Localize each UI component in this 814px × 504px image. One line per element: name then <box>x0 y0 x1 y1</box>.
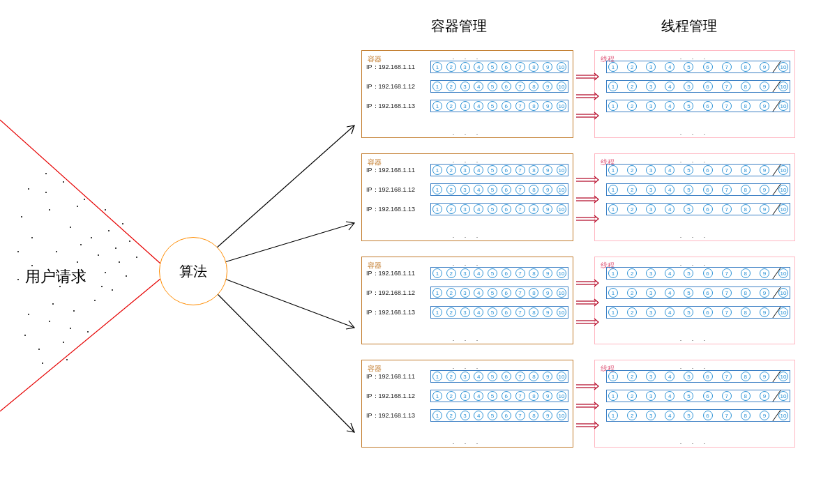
request-dot <box>35 279 36 280</box>
circle-item: 2 <box>446 62 456 72</box>
circle-item: 5 <box>684 411 693 420</box>
circle-item: 2 <box>627 165 637 175</box>
circles-wrap: 12345678910 <box>430 409 568 422</box>
ellipsis-top: . . . <box>453 260 483 267</box>
request-dot <box>112 289 113 291</box>
container-box: 容器. . .IP：192.168.1.1112345678910IP：192.… <box>361 360 573 448</box>
data-row: IP：192.168.1.1112345678910 <box>366 162 568 178</box>
circle-item: 2 <box>627 391 637 401</box>
data-row: IP：192.168.1.1212345678910 <box>366 285 568 300</box>
circle-item: 2 <box>627 268 637 278</box>
circle-item: 8 <box>529 372 538 381</box>
circle-item: 8 <box>529 62 538 72</box>
circle-item: 7 <box>722 391 732 401</box>
circle-item: 1 <box>608 185 618 194</box>
container-box: 容器. . .IP：192.168.1.1112345678910IP：192.… <box>361 50 573 138</box>
circle-item: 2 <box>446 204 456 214</box>
red-arrow <box>575 316 600 329</box>
circles-wrap: 12345678910 <box>430 370 568 383</box>
circle-item: 8 <box>741 391 751 401</box>
circle-item: 10 <box>557 82 566 91</box>
data-row: IP：192.168.1.1312345678910 <box>366 408 568 423</box>
circle-item: 7 <box>722 372 732 381</box>
circle-item: 8 <box>529 101 538 111</box>
circle-item: 9 <box>543 101 552 111</box>
data-row: IP：192.168.1.1112345678910 <box>366 59 568 75</box>
arrow-to-group-1 <box>216 125 354 248</box>
circle-item: 5 <box>684 288 693 298</box>
ellipsis-bottom: . . . <box>453 438 483 445</box>
request-dot <box>105 272 106 273</box>
data-row: 12345678910 <box>599 79 790 94</box>
circle-item: 3 <box>460 288 470 298</box>
red-arrow <box>575 400 600 413</box>
red-arrow <box>575 297 600 310</box>
container-box-label: 容器 <box>368 364 382 374</box>
circle-item: 8 <box>741 411 751 420</box>
circle-item: 6 <box>703 185 713 194</box>
circles-wrap: 12345678910 <box>430 164 568 176</box>
circles-wrap: 12345678910 <box>606 370 790 383</box>
circle-item: 6 <box>502 82 511 91</box>
circles-wrap: 12345678910 <box>430 203 568 215</box>
algorithm-node: 算法 <box>159 237 227 305</box>
circle-item: 2 <box>446 101 456 111</box>
circle-item: 4 <box>665 165 674 175</box>
circle-item: 9 <box>760 82 769 91</box>
request-dot <box>126 275 127 277</box>
data-row: 12345678910 <box>599 388 790 404</box>
circle-item: 2 <box>627 101 637 111</box>
circle-item: 1 <box>432 411 442 420</box>
red-arrow <box>575 381 600 393</box>
circle-item: 3 <box>646 411 656 420</box>
red-arrow <box>575 71 600 84</box>
container-mgmt-header: 容器管理 <box>431 17 487 36</box>
circles-wrap: 12345678910 <box>606 164 790 176</box>
circle-item: 7 <box>722 268 732 278</box>
circle-item: 5 <box>684 268 693 278</box>
circle-item: 2 <box>446 185 456 194</box>
request-dot <box>42 362 43 364</box>
circles-wrap: 12345678910 <box>430 267 568 280</box>
circle-item: 5 <box>488 411 497 420</box>
circle-item: 8 <box>529 391 538 401</box>
circle-item: 9 <box>760 372 769 381</box>
thread-box: 线程. . .123456789101234567891012345678910… <box>594 153 795 241</box>
circle-item: 6 <box>502 411 511 420</box>
request-dot <box>21 216 22 217</box>
data-row: 12345678910 <box>599 182 790 197</box>
circle-item: 6 <box>703 268 713 278</box>
circles-wrap: 12345678910 <box>430 183 568 196</box>
request-dot <box>17 251 19 252</box>
data-row: IP：192.168.1.1312345678910 <box>366 201 568 217</box>
circle-item: 7 <box>515 204 525 214</box>
circle-item: 3 <box>646 101 656 111</box>
circle-item: 8 <box>741 185 751 194</box>
circle-item: 4 <box>474 82 483 91</box>
circle-item: 6 <box>502 307 511 317</box>
circle-item: 5 <box>488 62 497 72</box>
ellipsis-top: . . . <box>680 363 710 370</box>
circle-item: 10 <box>557 62 566 72</box>
red-arrow <box>575 213 600 226</box>
circle-item: 10 <box>557 204 566 214</box>
circle-item: 9 <box>760 391 769 401</box>
request-dot <box>49 321 50 322</box>
request-dot <box>108 230 110 231</box>
data-row: IP：192.168.1.1312345678910 <box>366 305 568 320</box>
circle-item: 7 <box>722 82 732 91</box>
circle-item: 1 <box>608 288 618 298</box>
data-row: 12345678910 <box>599 408 790 423</box>
circle-item: 4 <box>665 185 674 194</box>
request-dot <box>91 237 92 238</box>
circle-item: 9 <box>543 185 552 194</box>
circle-item: 2 <box>627 62 637 72</box>
circle-item: 7 <box>515 62 525 72</box>
circle-item: 9 <box>543 268 552 278</box>
circle-item: 8 <box>741 204 751 214</box>
circle-item: 7 <box>515 307 525 317</box>
circle-item: 4 <box>665 268 674 278</box>
circle-item: 7 <box>515 288 525 298</box>
ip-label: IP：192.168.1.13 <box>366 205 430 214</box>
ellipsis-top: . . . <box>680 54 710 61</box>
